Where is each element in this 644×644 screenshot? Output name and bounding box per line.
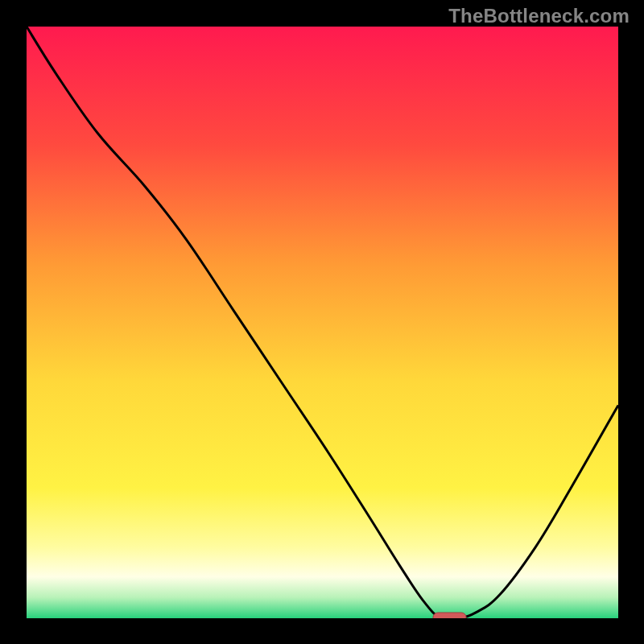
bottleneck-chart (0, 0, 644, 644)
chart-frame: TheBottleneck.com (0, 0, 644, 644)
plot-background (27, 27, 618, 618)
watermark-text: TheBottleneck.com (448, 5, 630, 27)
